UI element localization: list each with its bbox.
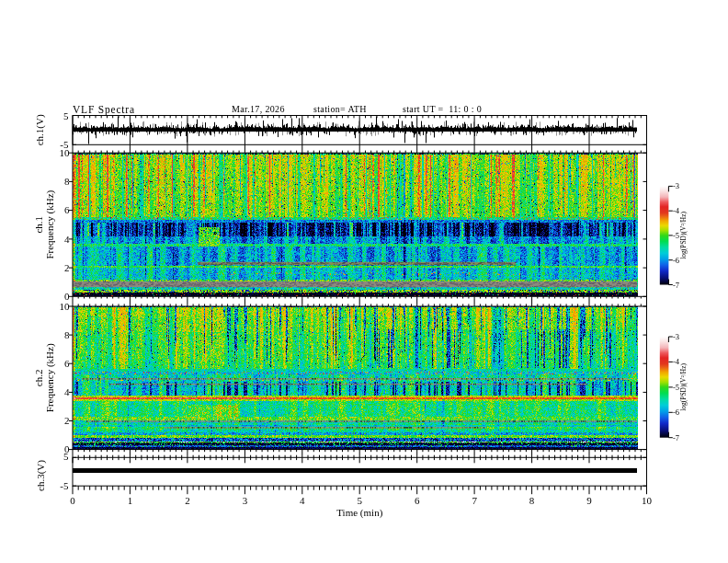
svg-text:start UT = 11: 0 : 0: start UT = 11: 0 : 0	[403, 104, 482, 114]
svg-text:4: 4	[64, 234, 70, 245]
svg-text:6: 6	[64, 358, 70, 369]
svg-text:4: 4	[64, 386, 70, 397]
svg-text:7: 7	[472, 495, 477, 506]
svg-text:8: 8	[64, 329, 70, 340]
svg-text:VLF Spectra: VLF Spectra	[73, 104, 135, 116]
svg-text:4: 4	[300, 495, 305, 506]
svg-text:Time (min): Time (min)	[336, 507, 382, 519]
svg-text:8: 8	[529, 495, 535, 506]
svg-text:-3: -3	[673, 181, 679, 190]
svg-text:6: 6	[415, 495, 420, 506]
svg-text:2: 2	[64, 415, 70, 426]
svg-text:-5: -5	[60, 480, 69, 491]
svg-text:log(PSD)(V²/Hz): log(PSD)(V²/Hz)	[679, 211, 688, 259]
svg-text:-3: -3	[673, 332, 679, 341]
svg-text:9: 9	[586, 495, 592, 506]
svg-text:10: 10	[60, 147, 71, 158]
svg-text:ch.3(V): ch.3(V)	[35, 460, 47, 491]
svg-text:log(PSD)(V²/Hz): log(PSD)(V²/Hz)	[679, 362, 688, 410]
svg-text:-7: -7	[673, 281, 679, 290]
svg-text:5: 5	[63, 110, 69, 121]
svg-text:ch.1: ch.1	[33, 216, 44, 234]
svg-text:-7: -7	[673, 433, 679, 442]
svg-text:0: 0	[70, 495, 75, 506]
svg-text:2: 2	[185, 495, 190, 506]
svg-text:Frequency (kHz): Frequency (kHz)	[45, 343, 57, 412]
svg-text:3: 3	[243, 495, 248, 506]
svg-text:5: 5	[63, 451, 69, 462]
svg-text:Mar.17, 2026: Mar.17, 2026	[232, 104, 285, 114]
svg-text:Frequency (kHz): Frequency (kHz)	[45, 190, 57, 259]
svg-text:ch.1(V): ch.1(V)	[35, 114, 47, 145]
svg-text:6: 6	[64, 204, 70, 215]
svg-text:ch.2: ch.2	[33, 369, 44, 386]
svg-text:2: 2	[64, 262, 70, 273]
svg-text:5: 5	[357, 495, 362, 506]
svg-text:1: 1	[128, 495, 133, 506]
svg-text:station= ATH: station= ATH	[313, 104, 367, 114]
svg-text:10: 10	[60, 301, 71, 312]
svg-text:8: 8	[64, 176, 70, 187]
svg-text:10: 10	[642, 495, 653, 506]
